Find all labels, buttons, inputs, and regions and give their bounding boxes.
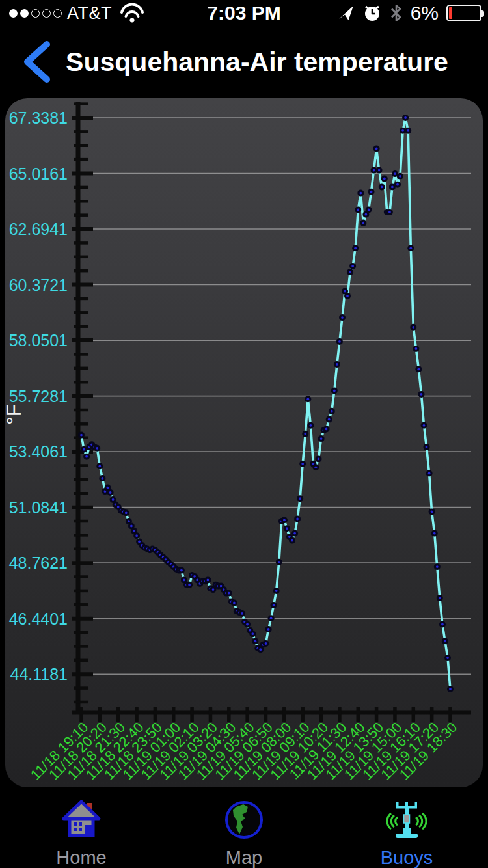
location-arrow-icon [338, 5, 355, 21]
globe-map-icon [223, 799, 265, 843]
temperature-chart[interactable]: 67.338165.016162.694160.372158.050155.72… [5, 98, 483, 787]
y-axis-unit-label: °F [5, 404, 25, 424]
home-icon [61, 799, 102, 843]
battery-percent: 6% [411, 2, 439, 24]
page-title: Susquehanna-Air temperature [0, 26, 488, 98]
back-button[interactable] [18, 40, 57, 83]
tab-buoys[interactable]: Buoys [325, 789, 488, 868]
svg-text:53.4061: 53.4061 [9, 442, 68, 461]
alarm-clock-icon [362, 3, 382, 23]
chevron-left-icon [18, 40, 57, 83]
tab-map-label: Map [226, 847, 262, 868]
svg-text:48.7621: 48.7621 [9, 554, 68, 572]
svg-text:46.4401: 46.4401 [9, 610, 68, 628]
x-tick-labels: 11/18 19:1011/18 20:2011/18 21:3011/18 2… [27, 719, 461, 783]
iphone-screen: { "status_bar": { "carrier": "AT&T", "si… [0, 0, 488, 868]
svg-text:55.7281: 55.7281 [9, 387, 68, 405]
status-bar: AT&T 7:03 PM 6% [0, 0, 488, 26]
tab-map[interactable]: Map [163, 789, 325, 868]
chart-panel: 67.338165.016162.694160.372158.050155.72… [5, 98, 483, 787]
bluetooth-icon [390, 3, 403, 23]
data-points [78, 115, 454, 692]
svg-text:67.3381: 67.3381 [9, 109, 68, 127]
svg-text:60.3721: 60.3721 [9, 276, 68, 294]
tab-home[interactable]: Home [0, 789, 163, 868]
svg-text:58.0501: 58.0501 [9, 331, 68, 349]
nav-bar: Susquehanna-Air temperature [0, 26, 488, 98]
svg-text:44.1181: 44.1181 [10, 665, 68, 683]
tab-buoys-label: Buoys [381, 847, 433, 868]
svg-text:51.0841: 51.0841 [9, 498, 68, 517]
tab-bar: Home Map [0, 789, 488, 868]
y-tick-labels: 67.338165.016162.694160.372158.050155.72… [9, 109, 68, 683]
battery-icon [446, 5, 481, 21]
svg-text:65.0161: 65.0161 [9, 165, 68, 183]
series-line [81, 118, 450, 689]
tab-home-label: Home [56, 847, 106, 868]
buoy-station-icon [386, 799, 427, 843]
svg-text:62.6941: 62.6941 [9, 220, 68, 238]
